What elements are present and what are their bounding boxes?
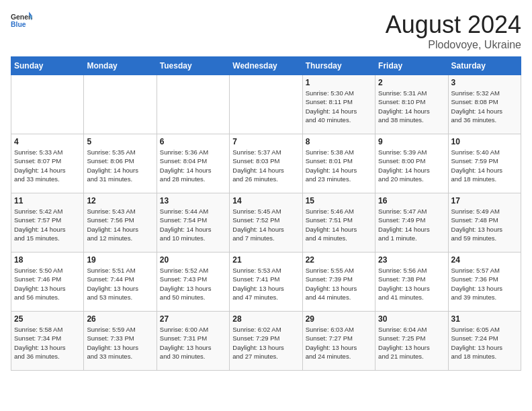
calendar-cell: 30Sunrise: 6:04 AM Sunset: 7:25 PM Dayli…	[375, 312, 448, 371]
page-header: General Blue August 2024 Plodovoye, Ukra…	[11, 11, 521, 51]
day-info: Sunrise: 5:59 AM Sunset: 7:33 PM Dayligh…	[87, 325, 153, 361]
day-number: 6	[160, 137, 226, 146]
day-info: Sunrise: 6:02 AM Sunset: 7:29 PM Dayligh…	[232, 325, 299, 361]
month-year-title: August 2024	[386, 11, 521, 39]
title-block: August 2024 Plodovoye, Ukraine	[386, 11, 521, 51]
day-number: 23	[378, 255, 445, 265]
day-number: 30	[378, 314, 445, 324]
day-info: Sunrise: 5:58 AM Sunset: 7:34 PM Dayligh…	[14, 325, 81, 361]
calendar-week-2: 4Sunrise: 5:33 AM Sunset: 8:07 PM Daylig…	[11, 134, 521, 193]
day-info: Sunrise: 5:57 AM Sunset: 7:36 PM Dayligh…	[451, 266, 518, 302]
calendar-week-5: 25Sunrise: 5:58 AM Sunset: 7:34 PM Dayli…	[11, 312, 521, 371]
calendar-cell: 17Sunrise: 5:49 AM Sunset: 7:48 PM Dayli…	[448, 193, 521, 253]
weekday-header-sunday: Sunday	[11, 57, 84, 75]
calendar-cell: 16Sunrise: 5:47 AM Sunset: 7:49 PM Dayli…	[375, 193, 448, 253]
day-info: Sunrise: 5:49 AM Sunset: 7:48 PM Dayligh…	[451, 207, 518, 242]
weekday-header-row: SundayMondayTuesdayWednesdayThursdayFrid…	[11, 57, 521, 75]
weekday-header-thursday: Thursday	[302, 57, 375, 75]
calendar-cell: 11Sunrise: 5:42 AM Sunset: 7:57 PM Dayli…	[11, 193, 84, 253]
day-info: Sunrise: 5:42 AM Sunset: 7:57 PM Dayligh…	[14, 207, 81, 242]
day-info: Sunrise: 5:36 AM Sunset: 8:04 PM Dayligh…	[160, 148, 226, 183]
calendar-cell: 26Sunrise: 5:59 AM Sunset: 7:33 PM Dayli…	[84, 312, 157, 371]
day-info: Sunrise: 5:39 AM Sunset: 8:00 PM Dayligh…	[378, 148, 445, 183]
calendar-cell: 22Sunrise: 5:55 AM Sunset: 7:39 PM Dayli…	[302, 253, 375, 312]
day-info: Sunrise: 5:33 AM Sunset: 8:07 PM Dayligh…	[14, 148, 81, 183]
day-info: Sunrise: 5:51 AM Sunset: 7:44 PM Dayligh…	[87, 266, 153, 302]
day-info: Sunrise: 6:03 AM Sunset: 7:27 PM Dayligh…	[306, 325, 372, 361]
calendar-cell: 31Sunrise: 6:05 AM Sunset: 7:24 PM Dayli…	[448, 312, 521, 371]
day-info: Sunrise: 5:50 AM Sunset: 7:46 PM Dayligh…	[14, 266, 81, 302]
calendar-week-1: 1Sunrise: 5:30 AM Sunset: 8:11 PM Daylig…	[11, 75, 521, 134]
calendar-cell: 14Sunrise: 5:45 AM Sunset: 7:52 PM Dayli…	[230, 193, 302, 253]
weekday-header-monday: Monday	[84, 57, 157, 75]
weekday-header-wednesday: Wednesday	[230, 57, 302, 75]
calendar-cell: 6Sunrise: 5:36 AM Sunset: 8:04 PM Daylig…	[157, 134, 229, 193]
calendar-cell: 9Sunrise: 5:39 AM Sunset: 8:00 PM Daylig…	[375, 134, 448, 193]
day-number: 15	[306, 196, 372, 205]
day-number: 16	[378, 196, 445, 205]
calendar-cell: 28Sunrise: 6:02 AM Sunset: 7:29 PM Dayli…	[230, 312, 302, 371]
calendar-cell: 8Sunrise: 5:38 AM Sunset: 8:01 PM Daylig…	[302, 134, 375, 193]
day-info: Sunrise: 6:04 AM Sunset: 7:25 PM Dayligh…	[378, 325, 445, 361]
day-number: 3	[451, 78, 518, 87]
calendar-cell: 25Sunrise: 5:58 AM Sunset: 7:34 PM Dayli…	[11, 312, 84, 371]
svg-text:Blue: Blue	[11, 21, 26, 28]
day-info: Sunrise: 5:31 AM Sunset: 8:10 PM Dayligh…	[378, 89, 445, 124]
day-info: Sunrise: 5:55 AM Sunset: 7:39 PM Dayligh…	[306, 266, 372, 302]
calendar-cell: 1Sunrise: 5:30 AM Sunset: 8:11 PM Daylig…	[302, 75, 375, 134]
day-info: Sunrise: 5:44 AM Sunset: 7:54 PM Dayligh…	[160, 207, 226, 242]
calendar-cell: 24Sunrise: 5:57 AM Sunset: 7:36 PM Dayli…	[448, 253, 521, 312]
day-info: Sunrise: 5:37 AM Sunset: 8:03 PM Dayligh…	[232, 148, 299, 183]
day-number: 7	[232, 137, 299, 146]
weekday-header-friday: Friday	[375, 57, 448, 75]
day-number: 31	[451, 314, 518, 324]
day-number: 11	[14, 196, 81, 205]
day-number: 28	[232, 314, 299, 324]
day-number: 22	[306, 255, 372, 265]
day-number: 9	[378, 137, 445, 146]
calendar-cell: 4Sunrise: 5:33 AM Sunset: 8:07 PM Daylig…	[11, 134, 84, 193]
day-number: 12	[87, 196, 153, 205]
day-info: Sunrise: 5:56 AM Sunset: 7:38 PM Dayligh…	[378, 266, 445, 302]
day-info: Sunrise: 5:32 AM Sunset: 8:08 PM Dayligh…	[451, 89, 518, 124]
day-info: Sunrise: 5:46 AM Sunset: 7:51 PM Dayligh…	[306, 207, 372, 242]
calendar-week-4: 18Sunrise: 5:50 AM Sunset: 7:46 PM Dayli…	[11, 253, 521, 312]
day-number: 5	[87, 137, 153, 146]
calendar-table: SundayMondayTuesdayWednesdayThursdayFrid…	[11, 56, 521, 371]
day-info: Sunrise: 5:40 AM Sunset: 7:59 PM Dayligh…	[451, 148, 518, 183]
day-number: 21	[232, 255, 299, 265]
day-info: Sunrise: 5:45 AM Sunset: 7:52 PM Dayligh…	[232, 207, 299, 242]
calendar-cell: 15Sunrise: 5:46 AM Sunset: 7:51 PM Dayli…	[302, 193, 375, 253]
day-number: 4	[14, 137, 81, 146]
day-number: 2	[378, 78, 445, 87]
calendar-cell: 3Sunrise: 5:32 AM Sunset: 8:08 PM Daylig…	[448, 75, 521, 134]
calendar-cell: 13Sunrise: 5:44 AM Sunset: 7:54 PM Dayli…	[157, 193, 229, 253]
logo-icon: General Blue	[11, 11, 32, 30]
calendar-cell: 12Sunrise: 5:43 AM Sunset: 7:56 PM Dayli…	[84, 193, 157, 253]
day-info: Sunrise: 5:52 AM Sunset: 7:43 PM Dayligh…	[160, 266, 226, 302]
weekday-header-tuesday: Tuesday	[157, 57, 229, 75]
calendar-cell: 2Sunrise: 5:31 AM Sunset: 8:10 PM Daylig…	[375, 75, 448, 134]
calendar-week-3: 11Sunrise: 5:42 AM Sunset: 7:57 PM Dayli…	[11, 193, 521, 253]
calendar-cell: 23Sunrise: 5:56 AM Sunset: 7:38 PM Dayli…	[375, 253, 448, 312]
day-number: 10	[451, 137, 518, 146]
logo: General Blue	[11, 11, 32, 30]
calendar-cell: 5Sunrise: 5:35 AM Sunset: 8:06 PM Daylig…	[84, 134, 157, 193]
calendar-cell: 20Sunrise: 5:52 AM Sunset: 7:43 PM Dayli…	[157, 253, 229, 312]
day-info: Sunrise: 6:00 AM Sunset: 7:31 PM Dayligh…	[160, 325, 226, 361]
day-info: Sunrise: 5:35 AM Sunset: 8:06 PM Dayligh…	[87, 148, 153, 183]
location-subtitle: Plodovoye, Ukraine	[386, 39, 521, 51]
calendar-cell	[230, 75, 302, 134]
calendar-cell: 18Sunrise: 5:50 AM Sunset: 7:46 PM Dayli…	[11, 253, 84, 312]
calendar-cell	[11, 75, 84, 134]
day-number: 25	[14, 314, 81, 324]
day-number: 20	[160, 255, 226, 265]
calendar-cell: 10Sunrise: 5:40 AM Sunset: 7:59 PM Dayli…	[448, 134, 521, 193]
day-number: 1	[306, 78, 372, 87]
day-info: Sunrise: 5:47 AM Sunset: 7:49 PM Dayligh…	[378, 207, 445, 242]
day-info: Sunrise: 5:30 AM Sunset: 8:11 PM Dayligh…	[306, 89, 372, 124]
day-info: Sunrise: 5:53 AM Sunset: 7:41 PM Dayligh…	[232, 266, 299, 302]
day-number: 27	[160, 314, 226, 324]
day-number: 18	[14, 255, 81, 265]
day-info: Sunrise: 6:05 AM Sunset: 7:24 PM Dayligh…	[451, 325, 518, 361]
